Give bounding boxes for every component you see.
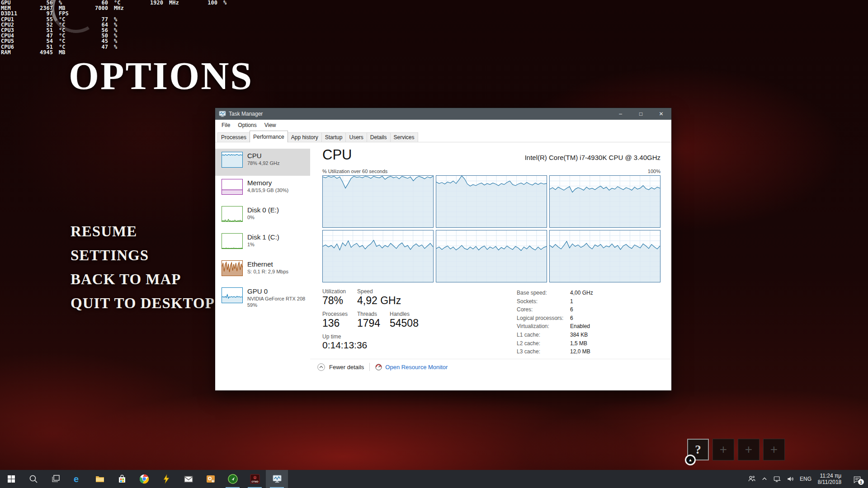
tab-details[interactable]: Details	[367, 132, 391, 142]
cpu-core-3-chart	[549, 175, 660, 228]
close-button[interactable]: ✕	[651, 108, 671, 120]
tray-clock[interactable]: 11:24 πμ 8/11/2018	[814, 470, 848, 488]
menu-item-quit-to-desktop[interactable]: QUIT TO DESKTOP	[71, 295, 215, 319]
search-icon[interactable]	[22, 470, 44, 488]
sidebar-item-disk0[interactable]: Disk 0 (E:)0%	[215, 203, 310, 230]
sidebar-title-disk0: Disk 0 (E:)	[247, 206, 279, 214]
spec-value: 4,00 GHz	[570, 289, 593, 297]
mail-icon[interactable]	[177, 470, 199, 488]
core-charts-grid	[322, 175, 660, 282]
sidebar-sub-gpu0-1: 59%	[247, 302, 305, 308]
otwd-icon[interactable]: OTWD	[244, 470, 266, 488]
spec-row-2: Cores: 6	[517, 305, 593, 314]
action-center-icon[interactable]: 1	[848, 470, 866, 488]
osd-row: RAM4945MB	[1, 50, 233, 55]
footer-divider	[369, 363, 370, 371]
processes-value: 136	[322, 317, 357, 329]
sidebar-item-disk1[interactable]: Disk 1 (C:)1%	[215, 230, 310, 257]
tab-users[interactable]: Users	[345, 132, 367, 142]
winamp-icon[interactable]	[155, 470, 177, 488]
memory-thumbnail-chart	[222, 179, 243, 195]
spec-row-4: Virtualization: Enabled	[517, 322, 593, 331]
osd-row: CPU651°C47%	[1, 44, 233, 50]
spec-value: 6	[570, 305, 593, 314]
sidebar-item-gpu0[interactable]: GPU 0NVIDIA GeForce RTX 20859%	[215, 284, 310, 311]
resource-monitor-icon	[375, 364, 382, 371]
spec-label: Cores:	[517, 305, 570, 314]
cpu-panel: CPU Intel(R) Core(TM) i7-4930K CPU @ 3.4…	[310, 142, 671, 375]
tab-performance[interactable]: Performance	[250, 131, 288, 142]
quickslot-empty-2[interactable]: +	[738, 439, 760, 460]
tab-processes[interactable]: Processes	[217, 132, 250, 142]
quickslot-empty-3[interactable]: +	[763, 439, 785, 460]
disk0-thumbnail-chart	[222, 206, 243, 222]
disk1-thumbnail-chart	[222, 233, 243, 249]
quickslot-empty-1[interactable]: +	[712, 439, 734, 460]
cpu-model-name: Intel(R) Core(TM) i7-4930K CPU @ 3.40GHz	[525, 154, 660, 163]
chrome-icon[interactable]	[133, 470, 155, 488]
titlebar[interactable]: Task Manager – □ ✕	[215, 108, 671, 120]
window-footer: Fewer details Open Resource Monitor	[310, 359, 671, 375]
osd-row: CPU351°C56%	[1, 28, 233, 33]
minimize-button[interactable]: –	[610, 108, 631, 120]
open-resource-monitor-label: Open Resource Monitor	[385, 364, 448, 371]
tray-date: 8/11/2018	[818, 479, 842, 485]
performance-sidebar: CPU78% 4,92 GHz Memory4,8/15,9 GB (30%) …	[215, 142, 310, 375]
chart-caption: % Utilization over 60 seconds	[322, 169, 387, 174]
cpu-core-5-chart	[436, 230, 547, 282]
volume-icon[interactable]	[784, 470, 797, 488]
menu-view[interactable]: View	[261, 121, 279, 129]
speed-label: Speed	[357, 288, 373, 295]
tab-services[interactable]: Services	[390, 132, 418, 142]
sidebar-sub-ethernet-0: S: 0,1 R: 2,9 Mbps	[247, 268, 288, 275]
svg-text:OTWD: OTWD	[251, 480, 259, 483]
uptime-value: 0:14:13:36	[322, 340, 458, 351]
edge-icon[interactable]: e	[66, 470, 89, 488]
cpu-thumbnail-chart	[222, 152, 243, 168]
spec-value: Enabled	[570, 322, 593, 331]
tab-startup[interactable]: Startup	[321, 132, 346, 142]
sidebar-sub-disk0-0: 0%	[247, 214, 279, 221]
store-icon[interactable]	[111, 470, 133, 488]
sidebar-item-memory[interactable]: Memory4,8/15,9 GB (30%)	[215, 176, 310, 203]
sidebar-sub-memory-0: 4,8/15,9 GB (30%)	[247, 187, 288, 193]
osd-row: MEM2367MB7000MHz	[1, 5, 233, 11]
outlook-icon[interactable]	[199, 470, 222, 488]
fewer-details-button[interactable]: Fewer details	[317, 363, 364, 371]
cpu-metrics: Utilization Speed 78% 4,92 GHz Processes…	[322, 288, 458, 356]
open-resource-monitor-link[interactable]: Open Resource Monitor	[375, 364, 448, 371]
osd-row: CPU252°C64%	[1, 22, 233, 28]
network-icon[interactable]	[770, 470, 784, 488]
menu-item-resume[interactable]: RESUME	[71, 223, 215, 247]
quickslot-help[interactable]: ? ▲	[687, 439, 709, 460]
chevron-up-circle-icon	[317, 363, 325, 371]
spec-row-3: Logical processors: 6	[517, 314, 593, 323]
game-menu: RESUME SETTINGS BACK TO MAP QUIT TO DESK…	[71, 223, 215, 319]
game-menu-title: OPTIONS	[69, 53, 253, 99]
sidebar-sub-disk1-0: 1%	[247, 241, 279, 248]
game-orb-icon[interactable]	[222, 470, 244, 488]
notification-badge: 1	[858, 479, 864, 485]
spec-label: Base speed:	[517, 289, 570, 297]
handles-label: Handles	[390, 311, 410, 317]
menu-options[interactable]: Options	[235, 121, 259, 129]
menu-item-settings[interactable]: SETTINGS	[71, 247, 215, 271]
tab-app-history[interactable]: App history	[288, 132, 322, 142]
spec-row-7: L3 cache: 12,0 MB	[517, 347, 593, 356]
sidebar-item-cpu[interactable]: CPU78% 4,92 GHz	[215, 149, 310, 176]
file-explorer-icon[interactable]	[89, 470, 111, 488]
start-icon[interactable]	[0, 470, 22, 488]
window-title: Task Manager	[229, 111, 610, 117]
language-indicator[interactable]: ENG	[797, 470, 814, 488]
sidebar-item-ethernet[interactable]: EthernetS: 0,1 R: 2,9 Mbps	[215, 257, 310, 284]
osd-overlay: GPU56%60°C1920MHz100%MEM2367MB7000MHzD3D…	[1, 0, 233, 55]
game-quickslot-bar: ? ▲ + + +	[687, 439, 785, 460]
menu-file[interactable]: File	[218, 121, 233, 129]
handles-value: 54508	[390, 317, 419, 329]
task-view-icon[interactable]	[44, 470, 66, 488]
tray-chevron-up-icon[interactable]	[759, 470, 770, 488]
task-manager-icon[interactable]	[266, 470, 288, 488]
people-icon[interactable]	[745, 470, 759, 488]
maximize-button[interactable]: □	[631, 108, 651, 120]
menu-item-back-to-map[interactable]: BACK TO MAP	[71, 271, 215, 295]
